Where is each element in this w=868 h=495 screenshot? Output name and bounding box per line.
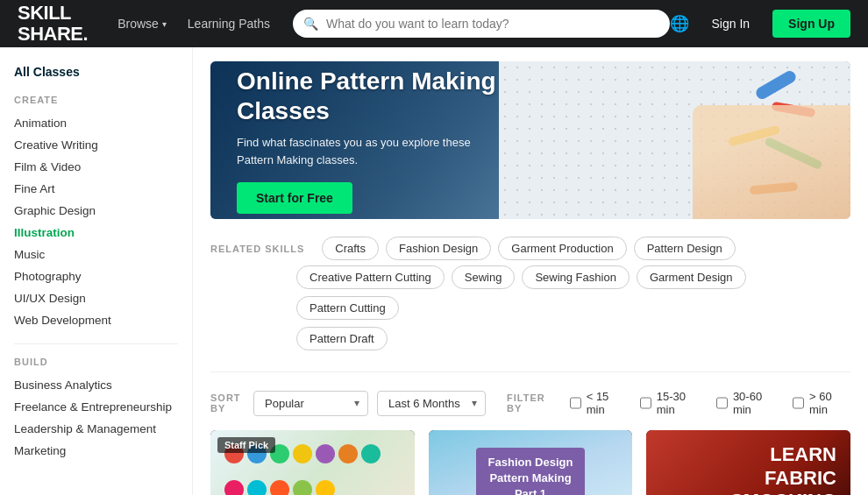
hero-cta-button[interactable]: Start for Free [237,182,352,214]
sort-select-wrap: Popular Newest Most Reviewed [253,391,368,416]
duration-gt60-label: > 60 min [809,390,850,416]
sort-select[interactable]: Popular Newest Most Reviewed [253,391,368,416]
sort-group: SORT BY Popular Newest Most Reviewed Las… [210,391,486,416]
filter-by-label: FILTER BY [507,392,561,414]
header: SKILL SHARE. Browse ▾ Learning Paths 🔍 🌐… [0,0,868,47]
sidebar-item-marketing[interactable]: Marketing [14,440,178,462]
thumb3-line1: LEARN [730,443,836,466]
staff-pick-badge: Staff Pick [217,437,275,453]
sort-label: SORT BY [210,392,245,414]
sidebar-create-section: Animation Creative Writing Film & Video … [14,112,178,331]
search-bar: 🔍 [293,10,670,38]
learning-paths-label: Learning Paths [188,17,270,31]
search-icon: 🔍 [303,17,318,31]
thumb2-line2: Pattern Making [488,470,573,486]
duration-15-30-checkbox[interactable] [640,397,651,409]
related-skills-row1: RELATED SKILLS Crafts Fashion Design Gar… [210,237,850,260]
related-skills-section: RELATED SKILLS Crafts Fashion Design Gar… [210,237,850,372]
course-thumb-1: Staff Pick [210,430,415,495]
hero-art [499,61,851,219]
skill-tag-garment-production[interactable]: Garment Production [498,237,626,260]
skill-tag-pattern-cutting[interactable]: Pattern Cutting [296,296,399,320]
search-input[interactable] [293,10,670,38]
course-card-2[interactable]: Fashion Design Pattern Making Part 1 [429,430,633,495]
duration-lt15[interactable]: < 15 min [570,390,628,416]
course-grid: Staff Pick [210,430,850,495]
duration-30-60[interactable]: 30-60 min [716,390,780,416]
related-skills-label: RELATED SKILLS [210,244,304,254]
thumb3-text: LEARN FABRIC SMOCKING [730,443,836,495]
skill-tag-pattern-draft[interactable]: Pattern Draft [296,327,388,350]
sign-up-button[interactable]: Sign Up [772,10,850,38]
skill-tag-sewing[interactable]: Sewing [452,265,516,289]
browse-nav[interactable]: Browse ▾ [109,11,175,36]
skill-tag-crafts[interactable]: Crafts [322,237,379,260]
duration-gt60-checkbox[interactable] [793,397,804,409]
logo-line2: SHARE. [18,24,88,45]
skill-tag-creative-pattern-cutting[interactable]: Creative Pattern Cutting [296,265,445,289]
color-dot [247,480,267,495]
skill-tag-pattern-design[interactable]: Pattern Design [634,237,736,260]
sidebar-item-film-video[interactable]: Film & Video [14,156,178,178]
sidebar-divider [14,343,178,344]
sidebar-item-music[interactable]: Music [14,244,178,265]
header-right: 🌐 Sign In Sign Up [670,10,850,38]
color-dot [361,444,381,463]
color-dot [293,444,312,463]
sidebar-all-classes[interactable]: All Classes [14,65,178,79]
hero-title: Online Pattern Making Classes [237,67,504,125]
duration-15-30-label: 15-30 min [657,390,704,416]
sidebar-build-label: BUILD [14,357,178,367]
hero-content: Online Pattern Making Classes Find what … [210,61,530,219]
skill-tag-fashion-design[interactable]: Fashion Design [386,237,491,260]
thumb3-line2: FABRIC [730,467,836,490]
skill-tag-sewing-fashion[interactable]: Sewing Fashion [522,265,630,289]
duration-gt60[interactable]: > 60 min [793,390,850,416]
time-select-wrap: Last 6 Months Last Year All Time [377,391,486,416]
sidebar-item-illustration[interactable]: Illustration [14,222,178,244]
duration-filter-group: FILTER BY < 15 min 15-30 min 30-60 min [507,390,850,416]
related-skills-row3: Pattern Draft [296,327,850,350]
main-container: All Classes CREATE Animation Creative Wr… [0,47,868,495]
sidebar-item-creative-writing[interactable]: Creative Writing [14,134,178,156]
learning-paths-nav[interactable]: Learning Paths [179,11,279,36]
sidebar-item-uiux-design[interactable]: UI/UX Design [14,287,178,309]
color-dot [224,480,244,495]
skill-tag-garment-design[interactable]: Garment Design [637,265,746,289]
logo-line1: SKILL [18,3,88,24]
thumb2-line3: Part 1 [488,486,573,495]
sidebar: All Classes CREATE Animation Creative Wr… [0,47,193,495]
main-nav: Browse ▾ Learning Paths [109,11,279,36]
sidebar-item-business-analytics[interactable]: Business Analytics [14,374,178,396]
sidebar-item-freelance[interactable]: Freelance & Entrepreneurship [14,396,178,418]
logo[interactable]: SKILL SHARE. [18,3,88,45]
course-thumb-2: Fashion Design Pattern Making Part 1 [429,430,633,495]
duration-30-60-checkbox[interactable] [716,397,728,409]
hero-subtitle: Find what fascinates you as you explore … [237,134,504,168]
sidebar-item-leadership[interactable]: Leadership & Management [14,418,178,440]
hero-banner: Online Pattern Making Classes Find what … [210,61,850,219]
sidebar-item-graphic-design[interactable]: Graphic Design [14,200,178,222]
course-thumb-3: LEARN FABRIC SMOCKING [646,430,850,495]
sidebar-build-section: Business Analytics Freelance & Entrepren… [14,374,178,462]
globe-icon[interactable]: 🌐 [670,14,689,33]
duration-15-30[interactable]: 15-30 min [640,390,704,416]
duration-30-60-label: 30-60 min [733,390,780,416]
time-select[interactable]: Last 6 Months Last Year All Time [377,391,486,416]
duration-lt15-checkbox[interactable] [570,397,581,409]
color-dot [338,444,358,463]
course-card-1[interactable]: Staff Pick [210,430,415,495]
course-card-3[interactable]: LEARN FABRIC SMOCKING [646,430,850,495]
sign-in-button[interactable]: Sign In [703,11,759,36]
sidebar-item-web-development[interactable]: Web Development [14,309,178,331]
sidebar-create-label: CREATE [14,95,178,105]
browse-chevron-icon: ▾ [162,19,167,29]
hands-image [693,105,850,219]
color-dot [316,480,335,495]
sidebar-item-animation[interactable]: Animation [14,112,178,134]
thumb3-line3: SMOCKING [730,490,836,495]
thumb-2-label: Fashion Design Pattern Making Part 1 [476,448,586,495]
sidebar-item-photography[interactable]: Photography [14,265,178,287]
sidebar-item-fine-art[interactable]: Fine Art [14,178,178,200]
color-dot [293,480,312,495]
